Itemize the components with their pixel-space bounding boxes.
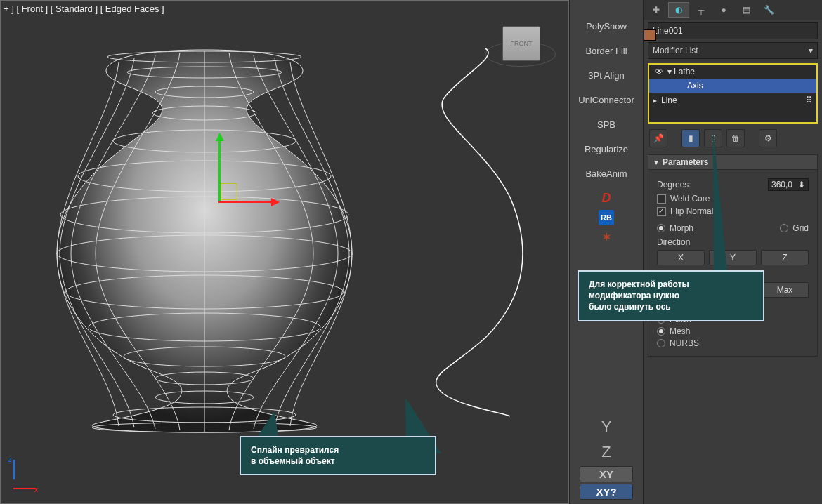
tool-polysnow[interactable]: PolySnow [570, 14, 643, 39]
tool-regularize[interactable]: Regularize [570, 137, 643, 161]
output-mesh-radio[interactable] [657, 327, 665, 336]
subobject-toggle-icon[interactable]: ⠿ [806, 95, 812, 105]
direction-x-button[interactable]: X [657, 250, 705, 265]
callout-axis: Для корректной работы модификатора нужно… [578, 270, 764, 321]
command-panel: ✚ ◐ ┬ ● ▤ 🔧 Modifier List▾ 👁 ▾ Lathe Axi… [643, 0, 822, 504]
flip-normals-label: Flip Normals [670, 206, 809, 216]
tool-borderfill[interactable]: Border Fill [570, 39, 643, 63]
align-max-button[interactable]: Max [761, 282, 809, 298]
flip-normals-checkbox[interactable] [657, 207, 666, 216]
degrees-spinner[interactable]: 360,0⬍ [768, 178, 809, 191]
output-nurbs-radio[interactable] [657, 339, 665, 347]
modifier-lathe[interactable]: 👁 ▾ Lathe [649, 65, 816, 79]
output-nurbs-label: NURBS [670, 338, 699, 348]
grid-radio[interactable] [780, 224, 788, 232]
modifier-list-dropdown[interactable]: Modifier List▾ [648, 42, 818, 59]
xy-button[interactable]: XY [580, 466, 633, 482]
tool-bakeanim[interactable]: BakeAnim [570, 161, 643, 186]
scripts-toolbar: PolySnow Border Fill 3Pt Align UniConnec… [569, 0, 643, 504]
tool-extra-icon[interactable]: ✶ [599, 230, 614, 245]
create-tab[interactable]: ✚ [646, 2, 667, 18]
show-end-result-button[interactable]: ▮ [681, 129, 700, 147]
axis-letter-z[interactable]: Z [570, 439, 643, 465]
weld-core-label: Weld Core [670, 194, 809, 204]
output-mesh-label: Mesh [670, 326, 690, 336]
tool-d-icon[interactable]: D [599, 190, 614, 206]
remove-modifier-button[interactable]: 🗑 [726, 129, 745, 147]
modifier-stack-toolbar: 📌 ▮ ▯ 🗑 ⚙ [648, 126, 818, 150]
base-object-line[interactable]: ▸Line ⠿ [649, 93, 816, 107]
vase-mesh [36, 43, 373, 436]
source-spline [380, 43, 535, 422]
grid-label: Grid [792, 223, 809, 233]
tool-3ptalign[interactable]: 3Pt Align [570, 63, 643, 88]
direction-label: Direction [657, 237, 809, 247]
tool-rb-icon[interactable]: RB [599, 210, 614, 225]
xyq-button[interactable]: XY? [580, 484, 633, 500]
pin-stack-button[interactable]: 📌 [649, 129, 667, 147]
panel-tabs: ✚ ◐ ┬ ● ▤ 🔧 [644, 0, 822, 20]
modify-tab[interactable]: ◐ [668, 2, 689, 18]
hierarchy-tab[interactable]: ┬ [691, 2, 712, 18]
morph-label: Morph [670, 223, 693, 233]
configure-sets-button[interactable]: ⚙ [759, 129, 777, 147]
object-name-input[interactable] [653, 26, 813, 36]
viewport[interactable]: + ] [ Front ] [ Standard ] [ Edged Faces… [0, 0, 569, 504]
callout-spline: Сплайн превратился в объемный объект [240, 436, 436, 475]
parameters-header[interactable]: ▾Parameters [648, 154, 818, 170]
axis-tripod: z x [6, 460, 39, 492]
eye-icon[interactable]: 👁 [653, 67, 665, 77]
viewport-labels[interactable]: + ] [ Front ] [ Standard ] [ Edged Faces… [4, 4, 164, 14]
direction-z-button[interactable]: Z [761, 250, 809, 265]
utilities-tab[interactable]: 🔧 [758, 2, 779, 18]
weld-core-checkbox[interactable] [657, 194, 666, 204]
tool-spb[interactable]: SPB [570, 112, 643, 137]
parameters-rollout: ▾Parameters Degrees: 360,0⬍ Weld Core Fl… [648, 154, 818, 357]
morph-radio[interactable] [657, 224, 665, 232]
modifier-lathe-axis[interactable]: Axis [649, 79, 816, 93]
object-color-swatch[interactable] [644, 29, 656, 41]
tool-uniconnector[interactable]: UniConnector [570, 88, 643, 112]
object-name-field[interactable] [648, 22, 818, 39]
modifier-stack[interactable]: 👁 ▾ Lathe Axis ▸Line ⠿ [648, 63, 818, 124]
display-tab[interactable]: ▤ [736, 2, 757, 18]
axis-letter-y[interactable]: Y [570, 414, 643, 439]
motion-tab[interactable]: ● [713, 2, 734, 18]
